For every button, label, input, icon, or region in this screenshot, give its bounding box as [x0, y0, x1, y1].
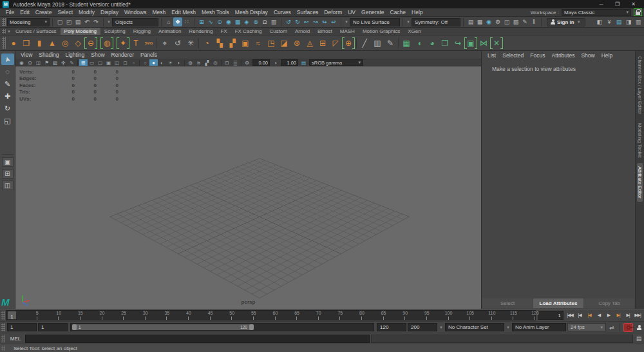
modeling-toolkit-toggle[interactable]: ◧ [595, 17, 604, 26]
sweep-mesh-button[interactable]: ✦ [117, 37, 129, 50]
open-scene-button[interactable]: ◰ [64, 17, 73, 26]
select-tool-button[interactable]: ➤ [1, 54, 14, 65]
animation-preferences-button[interactable] [634, 323, 643, 332]
textured-icon[interactable]: ◐ [158, 59, 166, 66]
attribute-editor-menu-item[interactable]: Attributes [549, 52, 579, 59]
rotate-tool-button[interactable]: ↻ [1, 103, 14, 114]
command-input[interactable] [25, 335, 370, 343]
type-tool-button[interactable]: T [129, 37, 142, 50]
combine-button[interactable]: ▚ [213, 37, 226, 50]
evaluation-mode-button[interactable]: ↝ [311, 17, 320, 26]
menu-item[interactable]: UV [345, 9, 359, 15]
shelf-tab[interactable]: Poly Modeling [61, 28, 100, 35]
image-plane-icon[interactable]: ▧ [51, 59, 59, 66]
shelf-tab[interactable]: Bifrost [314, 28, 336, 35]
pan-zoom-icon[interactable]: ✜ [59, 59, 68, 66]
workspace-lock-button[interactable] [634, 8, 642, 16]
layout-four-pane-button[interactable]: ⊞ [2, 169, 14, 179]
go-to-end-button[interactable]: ▶▶| [633, 311, 642, 320]
anim-layer-dropdown[interactable]: No Anim Layer [512, 323, 566, 331]
shelf-separator[interactable] [156, 38, 157, 48]
grid-icon[interactable]: ⊞ [79, 59, 88, 66]
field-chart-icon[interactable]: ◫ [113, 59, 121, 66]
triangulate-button[interactable]: ◬ [303, 37, 316, 50]
poly-torus-button[interactable]: ◎ [59, 37, 71, 50]
construction-history-button[interactable]: ↜ [302, 17, 311, 26]
bookmark-icon[interactable]: ⚑ [43, 59, 51, 66]
output-operations-button[interactable]: ↻ [293, 17, 302, 26]
gamma-field[interactable] [281, 59, 298, 66]
copy-tab-button[interactable]: Copy Tab [584, 298, 634, 308]
reduce-button[interactable]: ◸ [329, 37, 342, 50]
menu-item[interactable]: Edit Mesh [169, 9, 199, 15]
shadows-icon[interactable]: ◗ [175, 59, 183, 66]
boolean-button[interactable]: ◔ [200, 37, 213, 50]
menu-item[interactable]: Create [32, 9, 55, 15]
poly-cylinder-button[interactable]: ▮ [33, 37, 46, 50]
toolbar-separator[interactable] [139, 60, 140, 66]
attribute-editor-menu-item[interactable]: List [486, 52, 500, 59]
toolbar-separator[interactable] [221, 60, 222, 66]
motion-blur-icon[interactable]: ≋ [194, 59, 203, 66]
dock-grip[interactable] [2, 18, 6, 26]
render-settings-button[interactable]: ⚙ [493, 17, 502, 26]
shelf-tab[interactable]: XGen [404, 28, 424, 35]
anti-alias-icon[interactable]: ▞ [203, 59, 211, 66]
attribute-editor-toggle[interactable]: ▤ [614, 17, 623, 26]
panel-menu-item[interactable]: Shading [36, 52, 62, 58]
redo-button[interactable]: ↷ [91, 17, 100, 26]
playback-end-field[interactable] [377, 323, 406, 331]
live-surface-arrow-icon[interactable]: ▾ [344, 19, 349, 24]
step-forward-key-button[interactable]: ▶| [614, 311, 623, 320]
menu-item[interactable]: Display [98, 9, 122, 15]
select-camera-icon[interactable]: ◉ [17, 59, 26, 66]
component-mode-button[interactable]: ∷ [182, 17, 191, 26]
poly-plane-button[interactable]: ◇ [71, 37, 84, 50]
menu-item[interactable]: Surfaces [294, 9, 321, 15]
poly-sphere-button[interactable]: ● [7, 37, 20, 50]
attribute-editor-menu-item[interactable]: Focus [528, 52, 549, 59]
multi-cut-button[interactable]: ╱ [358, 37, 371, 50]
character-set-dropdown[interactable]: No Character Set [445, 323, 504, 331]
tab-modeling-toolkit[interactable]: Modeling Toolkit [637, 120, 643, 161]
selection-highlighting-button[interactable]: ▥ [269, 17, 278, 26]
scale-tool-button[interactable]: ◱ [1, 115, 14, 126]
center-pivot-button[interactable]: ⌖ [158, 37, 171, 50]
highlight-selection-button[interactable]: ⊚ [251, 17, 260, 26]
menu-item[interactable]: Select [55, 9, 76, 15]
make-object-live-button[interactable]: ◈ [242, 17, 251, 26]
tweak-brush-button[interactable]: ◕ [426, 37, 439, 50]
lighting-icon[interactable]: ☀ [166, 59, 175, 66]
attribute-editor-menu-item[interactable]: Show [579, 52, 599, 59]
poly-cube-button[interactable]: ❒ [20, 37, 33, 50]
shelf-tab[interactable]: Custom [265, 28, 291, 35]
shelf-tab[interactable]: Rendering [185, 28, 216, 35]
svg-tool-button[interactable]: SVG [142, 37, 155, 50]
menu-item[interactable]: Generate [359, 9, 387, 15]
menu-item[interactable]: Mesh Display [232, 9, 270, 15]
shelf-tab[interactable]: Animation [155, 28, 185, 35]
sign-in-dropdown[interactable]: Sign In ▾ [547, 18, 585, 26]
delete-component-button[interactable]: ✕ [490, 37, 503, 50]
target-weld-button[interactable]: ⊕ [342, 37, 355, 50]
playback-start-field[interactable] [38, 323, 68, 331]
workspace-dropdown[interactable]: Maya Classic [562, 9, 631, 16]
toolbar-separator[interactable] [77, 60, 78, 66]
shelf-tab[interactable]: Curves / Surfaces [12, 28, 61, 35]
camera-attributes-icon[interactable]: ◫ [34, 59, 43, 66]
play-forwards-button[interactable]: ▶ [604, 311, 613, 320]
gamma-icon[interactable]: ◑ [271, 59, 279, 66]
lasso-select-tool-button[interactable]: ◌ [1, 66, 14, 77]
tool-settings-toggle[interactable]: ◨ [624, 17, 633, 26]
play-backwards-button[interactable]: ◀ [594, 311, 603, 320]
shelf-tab[interactable]: Rigging [129, 28, 155, 35]
symmetry-arrow-icon[interactable]: ▾ [406, 19, 411, 24]
anim-layer-arrow-icon[interactable]: ▾ [506, 325, 511, 330]
relax-brush-button[interactable]: ◖ [413, 37, 426, 50]
panel-menu-item[interactable]: Renderer [109, 52, 138, 58]
menu-item[interactable]: Curves [270, 9, 294, 15]
circularize-button[interactable]: ⊛ [290, 37, 303, 50]
close-button[interactable]: ✕ [625, 1, 641, 7]
channel-box-toggle[interactable]: ▥ [634, 17, 643, 26]
panel-menu-item[interactable]: Panels [138, 52, 161, 58]
